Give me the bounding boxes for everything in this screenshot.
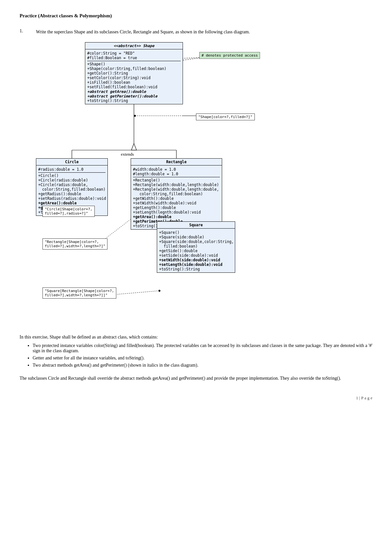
svg-point-5 <box>134 115 136 117</box>
rect-method-2: +Rectangle(width:double,length:double) <box>133 182 220 187</box>
shape-class-header: <<abstract>> Shape <box>85 43 183 49</box>
body-conclusion: The subclasses Circle and Rectangle shal… <box>20 374 372 382</box>
shape-method-6: +setFilled(filled:boolean):void <box>87 85 181 89</box>
circle-class-header: Circle <box>36 159 107 165</box>
bullet-list: Two protected instance variables color(S… <box>33 343 372 368</box>
rectangle-fields: #width:double = 1.0 #length:double = 1.0 <box>133 166 220 176</box>
shape-class: <<abstract>> Shape #color:String = "RED"… <box>85 42 183 104</box>
shape-method-tostring: +toString():String <box>87 98 181 103</box>
shape-method-4: +setColor(color:String):void <box>87 76 181 80</box>
rect-method-3: +Rectangle(width:double,length:double, <box>133 187 220 192</box>
shape-class-body: #color:String = "RED" #filled:Boolean = … <box>85 49 183 104</box>
rectangle-field-2: #length:double = 1.0 <box>133 172 220 176</box>
circle-method-6: +getArea():double <box>38 201 106 205</box>
bullet-2: Getter and setter for all the instance v… <box>33 356 372 361</box>
shape-method-abstract-2: +abstract getPerimeter():double <box>87 94 181 98</box>
callout-circle-text: "Circle[Shape[color=?,filled=?],radius=?… <box>45 207 92 216</box>
rectangle-class-body: #width:double = 1.0 #length:double = 1.0… <box>131 165 222 229</box>
sq-method-6: +setWidth(side:double):void <box>159 258 233 262</box>
shape-field-1: #color:String = "RED" <box>87 51 181 56</box>
circle-method-2: +Circle(radius:double) <box>38 178 106 182</box>
shape-fields: #color:String = "RED" #filled:Boolean = … <box>87 50 181 60</box>
shape-method-1: +Shape() <box>87 62 181 66</box>
callout-tostring-shape: "Shape[color=?,filled=?]" <box>196 113 255 120</box>
circle-header-text: Circle <box>65 160 79 164</box>
svg-point-20 <box>158 290 160 292</box>
svg-marker-8 <box>131 144 137 150</box>
callout-square: "Square[Rectangle[Shape[color=?,filled=?… <box>42 287 116 299</box>
sq-method-7: +setLength(side:double):void <box>159 262 233 267</box>
shape-method-2: +Shape(color:String,filled:boolean) <box>87 66 181 71</box>
sq-method-2: +Square(side:double) <box>159 235 233 239</box>
sq-method-3: +Square(side:double,color:String, <box>159 239 233 244</box>
question-number: 1. <box>20 28 36 34</box>
rect-method-6: +getLength():double <box>133 205 220 210</box>
circle-field-1: #radius:double = 1.0 <box>38 167 106 172</box>
question-text: Write the superclass Shape and its subcl… <box>36 28 372 36</box>
bullet-3: Two abstract methods getArea() and getPe… <box>33 363 372 368</box>
callout-protected-text: # denotes protected access <box>202 53 258 58</box>
callout-rectangle: "Rectangle[Shape[color=?,filled=?],width… <box>42 238 107 250</box>
callout-rectangle-text: "Rectangle[Shape[color=?,filled=?],width… <box>45 240 105 248</box>
shape-methods: +Shape() +Shape(color:String,filled:bool… <box>87 61 181 103</box>
shape-stereotype: <<abstract>> Shape <box>114 43 155 48</box>
bullet-1: Two protected instance variables color(S… <box>33 343 372 354</box>
rectangle-field-1: #width:double = 1.0 <box>133 167 220 172</box>
callout-square-text: "Square[Rectangle[Shape[color=?,filled=?… <box>45 289 114 297</box>
rectangle-class-header: Rectangle <box>131 159 222 165</box>
circle-method-5: +setRadius(radius:double):void <box>38 196 106 201</box>
shape-method-3: +getColor():String <box>87 71 181 76</box>
extends-label: extends <box>121 152 134 157</box>
rectangle-header-text: Rectangle <box>166 160 187 164</box>
rectangle-methods: +Rectangle() +Rectangle(width:double,len… <box>133 177 220 228</box>
sq-method-5: +setSide(side:double):void <box>159 253 233 258</box>
rect-method-5: +setWidth(width:double):void <box>133 201 220 205</box>
body-intro: In this exercise, Shape shall be defined… <box>20 333 372 341</box>
square-class: Square +Square() +Square(side:double) +S… <box>157 221 235 273</box>
square-class-body: +Square() +Square(side:double) +Square(s… <box>157 229 235 272</box>
sq-method-1: +Square() <box>159 230 233 235</box>
shape-method-5: +isFilled():boolean <box>87 80 181 85</box>
page-footer: 1 | P a g e <box>20 395 372 401</box>
sq-method-3b: filled:boolean) <box>159 244 233 249</box>
circle-method-4: +getRadius():double <box>38 192 106 196</box>
sq-method-8: +toString():String <box>159 267 233 271</box>
circle-method-1: +Circle() <box>38 173 106 178</box>
shape-field-2: #filled:Boolean = true <box>87 56 181 60</box>
rect-method-8: +getArea():double <box>133 215 220 219</box>
circle-method-3: +Circle(radius:double, <box>38 182 106 187</box>
circle-fields: #radius:double = 1.0 <box>38 166 106 172</box>
square-header-text: Square <box>189 223 203 227</box>
callout-protected: # denotes protected access <box>199 52 260 59</box>
class-diagram: <<abstract>> Shape #color:String = "RED"… <box>36 42 372 327</box>
sq-method-4: +getSide():double <box>159 249 233 253</box>
square-methods: +Square() +Square(side:double) +Square(s… <box>159 230 233 271</box>
callout-circle: "Circle[Shape[color=?,filled=?],radius=?… <box>42 206 95 217</box>
rectangle-class: Rectangle #width:double = 1.0 #length:do… <box>131 158 222 230</box>
extends-text: extends <box>121 152 134 157</box>
circle-method-3b: color:String,filled:boolean) <box>38 187 106 192</box>
page-title: Practice (Abstract classes & Polymorphis… <box>20 13 372 19</box>
callout-tostring-shape-text: "Shape[color=?,filled=?]" <box>198 115 253 119</box>
rect-method-3b: color:String,filled:boolean) <box>133 192 220 196</box>
rect-method-7: +setLength(legnth:double):void <box>133 210 220 215</box>
rect-method-4: +getWidth():double <box>133 196 220 201</box>
question-1: 1. Write the superclass Shape and its su… <box>20 28 372 36</box>
square-class-header: Square <box>157 222 235 229</box>
rect-method-1: +Rectangle() <box>133 178 220 182</box>
shape-method-abstract-1: +abstract getArea():double <box>87 89 181 94</box>
